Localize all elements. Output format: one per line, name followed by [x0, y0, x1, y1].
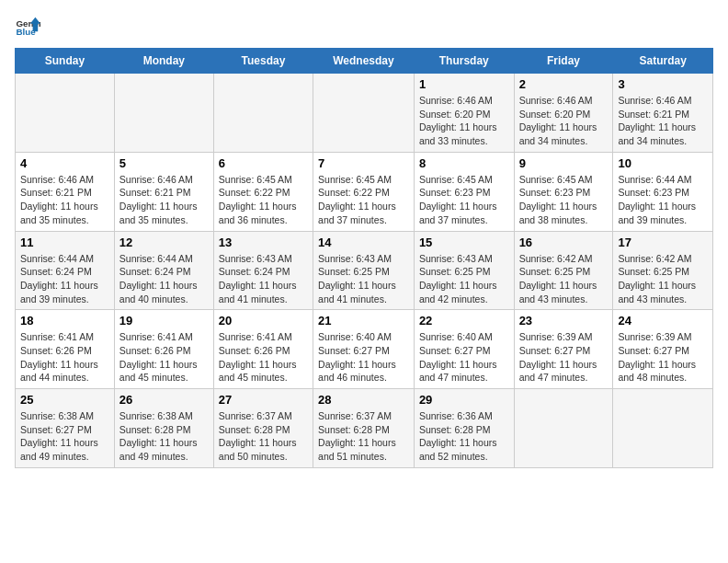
- day-number: 15: [419, 236, 509, 249]
- day-info: Sunrise: 6:45 AM Sunset: 6:23 PM Dayligh…: [519, 173, 609, 227]
- header: General Blue: [15, 15, 713, 40]
- day-number: 2: [519, 77, 609, 91]
- day-header-sunday: Sunday: [16, 49, 115, 74]
- day-info: Sunrise: 6:43 AM Sunset: 6:24 PM Dayligh…: [219, 252, 308, 306]
- day-info: Sunrise: 6:45 AM Sunset: 6:23 PM Dayligh…: [419, 173, 509, 227]
- day-info: Sunrise: 6:44 AM Sunset: 6:24 PM Dayligh…: [20, 252, 109, 306]
- calendar-cell: [514, 389, 613, 468]
- day-number: 10: [618, 156, 708, 170]
- day-number: 7: [318, 156, 409, 170]
- day-info: Sunrise: 6:43 AM Sunset: 6:25 PM Dayligh…: [318, 252, 409, 306]
- day-info: Sunrise: 6:44 AM Sunset: 6:23 PM Dayligh…: [618, 173, 708, 227]
- calendar-cell: 1Sunrise: 6:46 AM Sunset: 6:20 PM Daylig…: [414, 74, 514, 153]
- day-header-tuesday: Tuesday: [213, 49, 313, 74]
- day-info: Sunrise: 6:40 AM Sunset: 6:27 PM Dayligh…: [419, 330, 509, 385]
- calendar-cell: 10Sunrise: 6:44 AM Sunset: 6:23 PM Dayli…: [613, 152, 713, 231]
- calendar-cell: [213, 74, 313, 153]
- day-number: 13: [219, 236, 308, 249]
- calendar-cell: 7Sunrise: 6:45 AM Sunset: 6:22 PM Daylig…: [313, 152, 415, 231]
- calendar-cell: [313, 74, 415, 153]
- day-info: Sunrise: 6:43 AM Sunset: 6:25 PM Dayligh…: [419, 252, 509, 306]
- day-number: 19: [119, 314, 209, 327]
- calendar-cell: [16, 74, 115, 153]
- calendar-cell: 16Sunrise: 6:42 AM Sunset: 6:25 PM Dayli…: [514, 231, 613, 310]
- day-number: 22: [419, 314, 509, 327]
- calendar-cell: 18Sunrise: 6:41 AM Sunset: 6:26 PM Dayli…: [16, 310, 115, 389]
- day-info: Sunrise: 6:41 AM Sunset: 6:26 PM Dayligh…: [20, 330, 109, 385]
- calendar-cell: 12Sunrise: 6:44 AM Sunset: 6:24 PM Dayli…: [114, 231, 213, 310]
- day-header-saturday: Saturday: [613, 49, 713, 74]
- calendar-cell: 25Sunrise: 6:38 AM Sunset: 6:27 PM Dayli…: [16, 389, 115, 468]
- day-info: Sunrise: 6:38 AM Sunset: 6:28 PM Dayligh…: [119, 409, 209, 464]
- calendar-table: SundayMondayTuesdayWednesdayThursdayFrid…: [15, 48, 713, 468]
- calendar-cell: 9Sunrise: 6:45 AM Sunset: 6:23 PM Daylig…: [514, 152, 613, 231]
- calendar-cell: 26Sunrise: 6:38 AM Sunset: 6:28 PM Dayli…: [114, 389, 213, 468]
- day-header-wednesday: Wednesday: [313, 49, 415, 74]
- day-info: Sunrise: 6:42 AM Sunset: 6:25 PM Dayligh…: [618, 252, 708, 306]
- day-info: Sunrise: 6:38 AM Sunset: 6:27 PM Dayligh…: [20, 409, 109, 464]
- day-info: Sunrise: 6:46 AM Sunset: 6:20 PM Dayligh…: [419, 94, 509, 148]
- day-info: Sunrise: 6:46 AM Sunset: 6:21 PM Dayligh…: [618, 94, 708, 148]
- day-header-monday: Monday: [114, 49, 213, 74]
- calendar-cell: [114, 74, 213, 153]
- day-info: Sunrise: 6:46 AM Sunset: 6:21 PM Dayligh…: [20, 173, 109, 227]
- day-number: 6: [219, 156, 308, 170]
- calendar-cell: 4Sunrise: 6:46 AM Sunset: 6:21 PM Daylig…: [16, 152, 115, 231]
- calendar-cell: 8Sunrise: 6:45 AM Sunset: 6:23 PM Daylig…: [414, 152, 514, 231]
- calendar-cell: 20Sunrise: 6:41 AM Sunset: 6:26 PM Dayli…: [213, 310, 313, 389]
- day-header-friday: Friday: [514, 49, 613, 74]
- day-info: Sunrise: 6:36 AM Sunset: 6:28 PM Dayligh…: [419, 409, 509, 464]
- day-number: 3: [618, 77, 708, 91]
- calendar-cell: 14Sunrise: 6:43 AM Sunset: 6:25 PM Dayli…: [313, 231, 415, 310]
- calendar-cell: 29Sunrise: 6:36 AM Sunset: 6:28 PM Dayli…: [414, 389, 514, 468]
- day-info: Sunrise: 6:46 AM Sunset: 6:21 PM Dayligh…: [119, 173, 209, 227]
- calendar-cell: 22Sunrise: 6:40 AM Sunset: 6:27 PM Dayli…: [414, 310, 514, 389]
- day-info: Sunrise: 6:45 AM Sunset: 6:22 PM Dayligh…: [219, 173, 308, 227]
- day-info: Sunrise: 6:37 AM Sunset: 6:28 PM Dayligh…: [219, 409, 308, 464]
- calendar-cell: 15Sunrise: 6:43 AM Sunset: 6:25 PM Dayli…: [414, 231, 514, 310]
- calendar-cell: 23Sunrise: 6:39 AM Sunset: 6:27 PM Dayli…: [514, 310, 613, 389]
- day-number: 14: [318, 236, 409, 249]
- day-number: 4: [20, 156, 109, 170]
- day-number: 18: [20, 314, 109, 327]
- calendar-cell: 28Sunrise: 6:37 AM Sunset: 6:28 PM Dayli…: [313, 389, 415, 468]
- calendar-cell: 24Sunrise: 6:39 AM Sunset: 6:27 PM Dayli…: [613, 310, 713, 389]
- day-header-thursday: Thursday: [414, 49, 514, 74]
- day-info: Sunrise: 6:44 AM Sunset: 6:24 PM Dayligh…: [119, 252, 209, 306]
- logo: General Blue: [15, 15, 44, 40]
- day-info: Sunrise: 6:37 AM Sunset: 6:28 PM Dayligh…: [318, 409, 409, 464]
- day-info: Sunrise: 6:41 AM Sunset: 6:26 PM Dayligh…: [119, 330, 209, 385]
- calendar-cell: 3Sunrise: 6:46 AM Sunset: 6:21 PM Daylig…: [613, 74, 713, 153]
- calendar-cell: 2Sunrise: 6:46 AM Sunset: 6:20 PM Daylig…: [514, 74, 613, 153]
- calendar-cell: 19Sunrise: 6:41 AM Sunset: 6:26 PM Dayli…: [114, 310, 213, 389]
- calendar-cell: 6Sunrise: 6:45 AM Sunset: 6:22 PM Daylig…: [213, 152, 313, 231]
- day-info: Sunrise: 6:40 AM Sunset: 6:27 PM Dayligh…: [318, 330, 409, 385]
- day-number: 1: [419, 77, 509, 91]
- day-number: 5: [119, 156, 209, 170]
- day-number: 24: [618, 314, 708, 327]
- calendar-cell: [613, 389, 713, 468]
- calendar-cell: 21Sunrise: 6:40 AM Sunset: 6:27 PM Dayli…: [313, 310, 415, 389]
- day-number: 8: [419, 156, 509, 170]
- day-number: 12: [119, 236, 209, 249]
- day-number: 26: [119, 393, 209, 407]
- day-number: 23: [519, 314, 609, 327]
- calendar-cell: 5Sunrise: 6:46 AM Sunset: 6:21 PM Daylig…: [114, 152, 213, 231]
- day-info: Sunrise: 6:46 AM Sunset: 6:20 PM Dayligh…: [519, 94, 609, 148]
- day-number: 27: [219, 393, 308, 407]
- day-info: Sunrise: 6:41 AM Sunset: 6:26 PM Dayligh…: [219, 330, 308, 385]
- calendar-cell: 17Sunrise: 6:42 AM Sunset: 6:25 PM Dayli…: [613, 231, 713, 310]
- day-number: 16: [519, 236, 609, 249]
- day-number: 11: [20, 236, 109, 249]
- day-info: Sunrise: 6:39 AM Sunset: 6:27 PM Dayligh…: [618, 330, 708, 385]
- logo-icon: General Blue: [15, 15, 40, 40]
- day-number: 29: [419, 393, 509, 407]
- day-info: Sunrise: 6:45 AM Sunset: 6:22 PM Dayligh…: [318, 173, 409, 227]
- day-number: 25: [20, 393, 109, 407]
- day-number: 20: [219, 314, 308, 327]
- day-number: 17: [618, 236, 708, 249]
- calendar-cell: 13Sunrise: 6:43 AM Sunset: 6:24 PM Dayli…: [213, 231, 313, 310]
- calendar-cell: 11Sunrise: 6:44 AM Sunset: 6:24 PM Dayli…: [16, 231, 115, 310]
- day-number: 9: [519, 156, 609, 170]
- calendar-cell: 27Sunrise: 6:37 AM Sunset: 6:28 PM Dayli…: [213, 389, 313, 468]
